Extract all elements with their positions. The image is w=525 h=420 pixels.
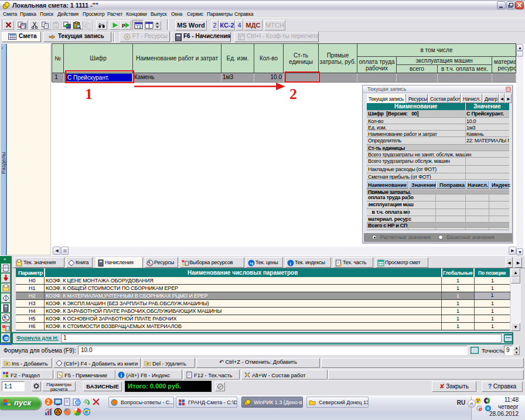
- svg-text:Ч: Ч: [250, 261, 254, 267]
- svg-text:i: i: [121, 373, 122, 378]
- svg-text:e: e: [85, 409, 88, 415]
- svg-text:i: i: [290, 261, 291, 267]
- svg-text:2: 2: [47, 399, 50, 405]
- svg-text:T3: T3: [136, 24, 141, 29]
- svg-text:P: P: [122, 23, 125, 29]
- svg-text:Ф: Ф: [4, 336, 9, 342]
